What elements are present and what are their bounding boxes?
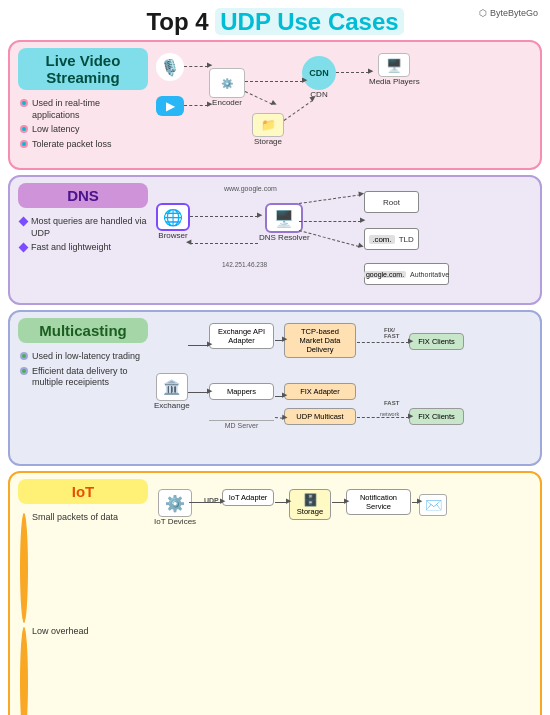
bullet-icon [20,367,28,375]
arrow-devices-adapter: ▶ [189,502,221,503]
iot-devices-label: IoT Devices [154,517,196,526]
fix-clients1-box: FIX Clients [409,333,464,350]
udp-multicast-box: UDP Multicast [284,408,356,425]
fix-adapter-label: FIX Adapter [300,387,340,396]
sec3-title: Multicasting [18,318,148,343]
bullet-icon [20,513,28,623]
bullet-icon [20,352,28,360]
bullet-item: Efficient data delivery to multiple rece… [20,366,148,389]
iot-devices-icon: ⚙️ IoT Devices [154,489,196,526]
sec1-bullets: Used in real-time applications Low laten… [18,98,148,154]
bullet-item: Small packets of data [20,512,148,623]
sec1-diagram: 🎙️ ▶ ⚙️ Encoder 📁 Storage CDN [154,48,532,162]
tld-label-box: .com. TLD [364,228,419,250]
sec2-left: DNS Most queries are handled via UDP Fas… [18,183,148,297]
iot-storage-label: Storage [297,507,323,516]
bullet-item: Most queries are handled via UDP [20,216,148,239]
arrow-mappers-udp: ▶ [275,417,283,419]
sec3-diagram: 🏛️ Exchange Exchange API Adapter Mappers… [154,318,532,458]
media-players-label: Media Players [369,77,420,86]
arrow-exch-mappers: ▶ [188,392,208,393]
bullet-item: Used in real-time applications [20,98,148,121]
sec2-diagram-canvas: www.google.com 🌐 Browser 142.251.46.238 … [154,183,532,297]
bullet-icon [19,243,29,253]
fix-adapter-box: FIX Adapter [284,383,356,400]
sec2-bullets: Most queries are handled via UDP Fast an… [18,216,148,257]
bullet-item: Low latency [20,124,148,136]
bullet-icon [20,99,28,107]
api-adapter-label: Exchange API Adapter [218,327,265,345]
email-icon: ✉️ [419,494,447,516]
media-players-icon: 🖥️ Media Players [369,53,420,86]
sec4-diagram: ⚙️ IoT Devices UDP IoT Adapter 🗄️ Storag… [154,479,532,715]
storage-icon: 📁 Storage [252,113,284,146]
encoder-label: Encoder [212,98,242,107]
arrow-tcp-fixcl1: ▶ [357,342,409,343]
sec1-left: Live Video Streaming Used in real-time a… [18,48,148,162]
tcp-box: TCP-based Market Data Delivery [284,323,356,358]
encoder-icon: ⚙️ Encoder [209,68,245,107]
bullet-item: Used in low-latency trading [20,351,148,363]
video-camera-icon: ▶ [156,96,184,116]
bullet-icon [20,627,28,715]
arrow-resolver-tld: ▶ [299,221,361,222]
arrow-storage-notification: ▶ [332,502,345,503]
sec2-title: DNS [18,183,148,208]
auth-label-box: google.com. Authoritative [364,263,449,285]
brand-logo: ⬡ ByteByteGo [479,8,538,18]
arrow-mappers-fix: ▶ [275,396,283,397]
arrow-resolver-browser: ◀ [190,243,258,244]
browser-icon: 🌐 Browser [156,203,190,240]
sec4-bullets: Small packets of data Low overhead [18,512,148,715]
udp-multicast-label: UDP Multicast [296,412,343,421]
tcp-label: TCP-based Market Data Delivery [300,327,341,354]
arrow-udp-fixcl2: ▶ [357,417,409,418]
sec3-diagram-canvas: 🏛️ Exchange Exchange API Adapter Mappers… [154,318,532,458]
sections-container: Live Video Streaming Used in real-time a… [0,38,550,715]
sec4-left: IoT Small packets of data Low overhead [18,479,148,715]
mappers-label: Mappers [227,387,256,396]
arrow-play-encoder: ▶ [184,105,208,106]
fast-label2: FAST [384,400,399,406]
bullet-item: Fast and lightweight [20,242,148,254]
bullet-item: Low overhead [20,626,148,715]
arrow-cdn-media: ▶ [336,72,369,73]
section-iot: IoT Small packets of data Low overhead ⚙… [8,471,542,715]
sec3-bullets: Used in low-latency trading Efficient da… [18,351,148,392]
arrow-encoder-cdn: ▶ [245,81,303,82]
arrow-encoder-storage: ▶ [245,91,273,105]
notification-service-box: Notification Service [346,489,411,515]
mappers-box: Mappers [209,383,274,400]
arrow-mic-encoder: ▶ [184,66,208,67]
storage-label: Storage [254,137,282,146]
sec3-left: Multicasting Used in low-latency trading… [18,318,148,458]
sec1-title: Live Video Streaming [18,48,148,90]
cdn-icon: CDN CDN [302,56,336,99]
exchange-label: Exchange [154,401,190,410]
sec2-diagram: www.google.com 🌐 Browser 142.251.46.238 … [154,183,532,297]
arrow-exch-api: ▶ [188,345,208,346]
fix-clients1-label: FIX Clients [418,337,455,346]
arrow-notification-email: ▶ [412,502,418,503]
bullet-icon [20,140,28,148]
api-adapter-box: Exchange API Adapter [209,323,274,349]
arrow-storage-cdn: ▶ [284,100,313,121]
section-multicasting: Multicasting Used in low-latency trading… [8,310,542,466]
fix-clients2-box: FIX Clients [409,408,464,425]
arrow-api-tcp: ▶ [275,340,283,341]
iot-storage-box: 🗄️ Storage [289,489,331,520]
microphone-icon: 🎙️ [156,53,184,81]
arrow-resolver-root: ▶ [299,194,361,204]
browser-label: Browser [158,231,187,240]
arrow-adapter-storage: ▶ [275,502,287,503]
udp-highlight: UDP Use Cases [215,8,403,35]
sec4-title: IoT [18,479,148,504]
bullet-item: Tolerate packet loss [20,139,148,151]
dns-resolver-icon: 🖥️ DNS Resolver [259,203,310,242]
sec4-diagram-canvas: ⚙️ IoT Devices UDP IoT Adapter 🗄️ Storag… [154,479,532,579]
fix-clients2-label: FIX Clients [418,412,455,421]
page-header: Top 4 UDP Use Cases ⬡ ByteByteGo [0,0,550,38]
iot-adapter-box: IoT Adapter [222,489,274,506]
page-title: Top 4 UDP Use Cases [146,8,403,36]
fix-fast-label1: FIX/FAST [384,327,399,339]
